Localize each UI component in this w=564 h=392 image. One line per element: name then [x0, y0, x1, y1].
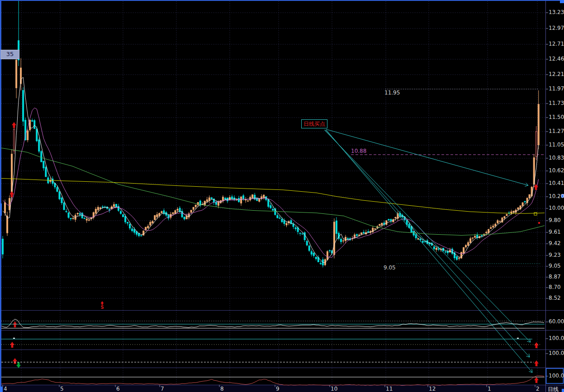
candles [2, 0, 540, 268]
price-axis-label: 8.70 [549, 284, 561, 290]
price-axis-label: 11.50 [549, 114, 564, 120]
month-axis-label: 4 [4, 386, 7, 392]
month-axis-label: 10 [331, 386, 337, 392]
left-axis-flag: 35 [0, 50, 19, 59]
price-axis-label: 8.87 [549, 274, 561, 280]
price-axis-label: 10.41 [549, 180, 564, 186]
panel-axis-label: 60.00 [549, 318, 564, 325]
stock-chart-window: 35 日线买点 11.95 10.88 9.05 S 日线 13.2312.97… [0, 0, 564, 392]
grid-lines [1, 1, 548, 385]
price-axis-label: 10.00 [549, 205, 564, 211]
month-axis-label: 6 [116, 386, 120, 392]
price-level-lines [351, 89, 545, 264]
bottom-right-block[interactable] [562, 389, 564, 392]
price-axis-label: 11.27 [549, 128, 564, 134]
buy-annotation-arrows [324, 129, 532, 373]
price-axis-label: 12.97 [549, 25, 564, 31]
month-axis-label: 12 [429, 386, 436, 392]
price-axis-label: 11.05 [549, 142, 564, 148]
price-level-label-high: 11.95 [384, 90, 400, 96]
panel-axis-label: 100.00 [549, 373, 564, 379]
price-axis-label: 9.23 [549, 252, 561, 258]
period-selector[interactable]: 日线 [548, 386, 559, 392]
price-axis-label: 9.61 [549, 229, 561, 235]
corner-block[interactable] [560, 0, 564, 3]
panel-frame [0, 0, 564, 392]
month-axis-label: 2 [536, 386, 540, 392]
buy-point-annotation[interactable]: 日线买点 [301, 119, 327, 128]
month-axis-label: 9 [276, 386, 280, 392]
price-level-label-mid: 10.88 [351, 148, 366, 154]
price-axis-label: 11.73 [549, 100, 564, 106]
price-axis-label: 12.71 [549, 41, 564, 47]
panel-axis-label: 100.00 [549, 350, 564, 356]
price-axis-label: 8.52 [549, 295, 561, 301]
panel-axis-label: 100.00 [549, 335, 564, 341]
indicator-panels [1, 319, 545, 386]
chart-canvas [0, 0, 564, 392]
left-scroll-thumb[interactable] [0, 203, 2, 216]
ma-lines [1, 77, 545, 263]
price-axis-label: 10.62 [549, 167, 564, 174]
price-axis-label: 9.42 [549, 240, 561, 246]
month-axis-label: 11 [386, 386, 393, 392]
price-axis-label: 12.21 [549, 71, 564, 77]
sell-signal-marker: S [100, 305, 105, 310]
window-chrome [0, 0, 564, 392]
price-axis-label: 12.46 [549, 56, 564, 62]
month-axis-label: 7 [161, 386, 164, 392]
month-axis-label: 8 [220, 386, 224, 392]
price-axis-label: 10.20 [549, 193, 564, 199]
month-axis-label: 5 [60, 386, 64, 392]
price-axis-label: 10.83 [549, 155, 564, 161]
price-level-label-low: 9.05 [384, 264, 396, 271]
price-axis-label: 11.97 [549, 85, 564, 92]
price-axis-label: 13.23 [549, 9, 564, 15]
price-axis-label: 9.05 [549, 263, 561, 269]
month-axis-label: 1 [488, 386, 491, 392]
bottom-left-block[interactable] [0, 387, 3, 392]
price-axis-label: 9.80 [549, 217, 561, 223]
